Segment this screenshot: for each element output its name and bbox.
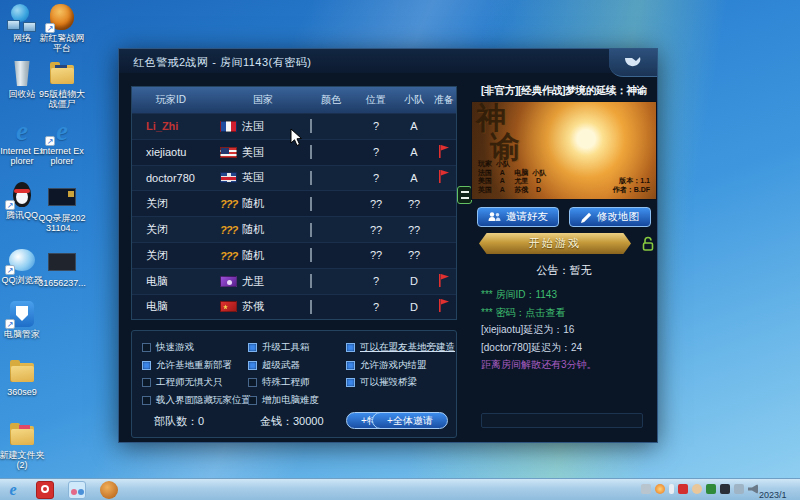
country-name[interactable]: 法国	[242, 119, 264, 134]
option-hide-positions[interactable]: 载入界面隐藏玩家位置	[142, 392, 246, 410]
option-destroyable-bridges[interactable]: 可以摧毁桥梁	[346, 374, 462, 392]
position-value[interactable]: ?	[356, 301, 396, 313]
table-row[interactable]: 电脑 尤里 ? D	[132, 268, 456, 294]
tray-icon[interactable]	[641, 484, 651, 494]
table-row[interactable]: 关闭 ???随机 ?? ??	[132, 216, 456, 242]
taskbar-red-app-icon[interactable]	[36, 481, 54, 499]
team-value[interactable]: D	[396, 301, 432, 313]
room-password-line[interactable]: *** 密码：点击查看	[481, 304, 657, 322]
desktop-icon-360se9-folder[interactable]: 360se9	[0, 358, 46, 397]
chat-input[interactable]	[481, 413, 643, 428]
team-value[interactable]: A	[396, 172, 432, 184]
desktop-icon-pvz-folder[interactable]: 95版植物大战僵尸	[38, 60, 86, 110]
position-value[interactable]: ?	[356, 120, 396, 132]
desktop-icon-label: QQ录屏20231104...	[38, 213, 86, 234]
desktop-icon-new-folder-2[interactable]: 新建文件夹(2)	[0, 421, 46, 471]
tray-sogou-icon[interactable]	[655, 484, 665, 494]
internet-explorer-icon: e	[7, 117, 37, 145]
country-flag-icon[interactable]	[220, 301, 237, 312]
country-name[interactable]: 随机	[242, 248, 264, 263]
color-swatch[interactable]	[310, 197, 312, 211]
table-row[interactable]: 关闭 ???随机 ?? ??	[132, 242, 456, 268]
taskbar[interactable]: e 2023/1	[0, 478, 800, 500]
invite-friends-button[interactable]: 邀请好友	[477, 207, 559, 227]
country-name[interactable]: 苏俄	[242, 299, 264, 314]
color-swatch[interactable]	[310, 223, 312, 237]
ready-flag-icon	[438, 299, 450, 314]
position-value[interactable]: ?	[356, 172, 396, 184]
position-value[interactable]: ?	[356, 275, 396, 287]
tray-icon[interactable]	[678, 484, 688, 494]
desktop-icon-ra-platform[interactable]: ↗ 新红警战网平台	[38, 4, 86, 54]
country-flag-icon[interactable]	[220, 276, 237, 287]
map-preview-image[interactable]: 神谕 玩家 小队 法国 A 电脑 小队 美国 A 尤里 D 英国 A 苏俄 D …	[471, 101, 657, 200]
team-value[interactable]: A	[396, 146, 432, 158]
country-flag-icon[interactable]	[220, 172, 237, 183]
team-value[interactable]: ??	[396, 198, 432, 210]
invite-all-button[interactable]: +全体邀请	[372, 412, 448, 429]
option-mcv-redeploy[interactable]: 允许基地重新部署	[142, 357, 246, 375]
team-value[interactable]: D	[396, 275, 432, 287]
unlock-icon[interactable]	[641, 236, 655, 255]
internet-explorer-icon: e↗	[47, 117, 77, 145]
table-row[interactable]: 电脑 苏俄 ? D	[132, 294, 456, 320]
desktop-icon-image-file[interactable]: 31656237...	[38, 249, 86, 288]
panel-collapse-button[interactable]	[457, 186, 472, 204]
color-swatch[interactable]	[310, 300, 312, 314]
color-swatch[interactable]	[310, 274, 312, 288]
country-name[interactable]: 随机	[242, 222, 264, 237]
country-name[interactable]: 随机	[242, 196, 264, 211]
option-engineers-vs-dogs[interactable]: 工程师无惧犬只	[142, 374, 246, 392]
country-name[interactable]: 英国	[242, 170, 264, 185]
color-swatch[interactable]	[310, 171, 312, 185]
team-value[interactable]: A	[396, 120, 432, 132]
tray-icon[interactable]	[669, 484, 674, 494]
table-row[interactable]: 关闭 ???随机 ?? ??	[132, 190, 456, 216]
option-special-engineer[interactable]: 特殊工程师	[248, 374, 344, 392]
position-value[interactable]: ??	[356, 249, 396, 261]
volume-icon[interactable]	[748, 484, 758, 494]
random-country-icon[interactable]: ???	[220, 224, 237, 235]
option-quick-game[interactable]: 快速游戏	[142, 339, 246, 357]
country-flag-icon[interactable]	[220, 147, 237, 158]
color-swatch[interactable]	[310, 119, 312, 133]
random-country-icon[interactable]: ???	[220, 198, 237, 209]
desktop-icon-pc-manager[interactable]: ↗ 电脑管家	[0, 300, 46, 339]
random-country-icon[interactable]: ???	[220, 250, 237, 261]
option-in-game-alliances[interactable]: 允许游戏内结盟	[346, 357, 462, 375]
option-superweapons[interactable]: 超级武器	[248, 357, 344, 375]
country-name[interactable]: 美国	[242, 145, 264, 160]
taskbar-ie-icon[interactable]: e	[4, 481, 22, 499]
option-build-near-allies[interactable]: 可以在盟友基地旁建造	[346, 339, 462, 357]
tray-icon[interactable]	[720, 484, 730, 494]
player-name: xiejiaotu	[132, 146, 220, 158]
position-value[interactable]: ??	[356, 224, 396, 236]
option-upgrade-toolbox[interactable]: 升级工具箱	[248, 339, 344, 357]
option-ai-difficulty[interactable]: 增加电脑难度	[248, 392, 344, 410]
taskbar-people-app-icon[interactable]	[68, 481, 86, 499]
position-value[interactable]: ?	[356, 146, 396, 158]
color-swatch[interactable]	[310, 248, 312, 262]
start-game-button[interactable]: 开始游戏	[479, 233, 631, 254]
team-value[interactable]: ??	[396, 249, 432, 261]
desktop-icon-ie-shortcut[interactable]: e↗ Internet Explorer	[38, 117, 86, 167]
country-name[interactable]: 尤里	[242, 274, 264, 289]
table-row[interactable]: doctor780 英国 ? A	[132, 165, 456, 191]
team-value[interactable]: ??	[396, 224, 432, 236]
checkbox-icon	[142, 343, 151, 352]
tray-icon[interactable]	[734, 484, 744, 494]
country-flag-icon[interactable]	[220, 121, 237, 132]
edit-map-button[interactable]: 修改地图	[569, 207, 651, 227]
color-swatch[interactable]	[310, 145, 312, 159]
position-value[interactable]: ??	[356, 198, 396, 210]
system-tray[interactable]	[641, 484, 758, 494]
money-label: 金钱：30000	[260, 414, 324, 429]
tray-icon[interactable]	[692, 484, 702, 494]
tray-icon[interactable]	[706, 484, 716, 494]
desktop-icon-qq-recording[interactable]: QQ录屏20231104...	[38, 184, 86, 234]
latency-line: [doctor780]延迟为：24	[481, 339, 657, 357]
window-titlebar[interactable]: 红色警戒2战网 - 房间1143(有密码)	[119, 49, 657, 73]
taskbar-clock[interactable]: 2023/1	[759, 480, 799, 500]
table-header: 玩家ID 国家 颜色 位置 小队 准备	[132, 87, 456, 113]
taskbar-game-icon[interactable]	[100, 481, 118, 499]
